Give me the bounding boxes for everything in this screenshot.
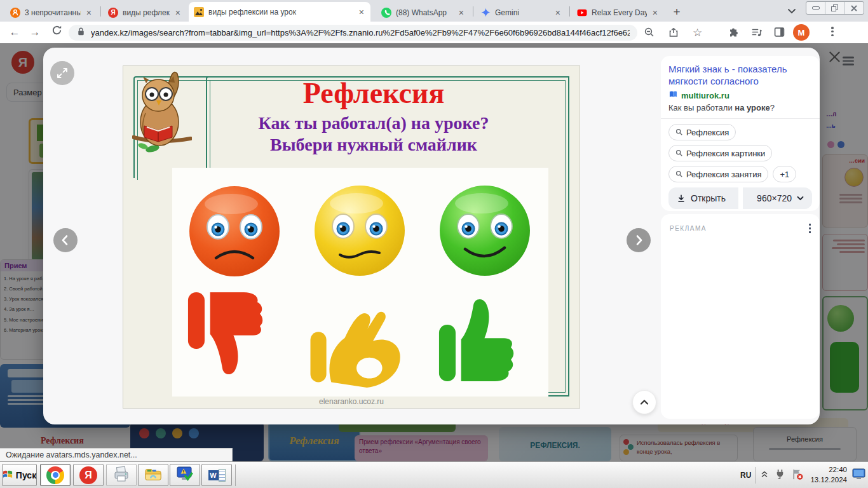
browser-menu-icon[interactable] xyxy=(831,25,843,37)
security-monitor-icon xyxy=(176,466,194,485)
tab-image-search-active[interactable]: виды рефлексии на урок × xyxy=(189,2,370,22)
reload-button[interactable] xyxy=(48,24,65,41)
sidebar-icon[interactable] xyxy=(774,27,785,38)
yandex-icon: Я xyxy=(108,8,118,18)
taskbar-fax-button[interactable] xyxy=(106,464,137,486)
tab-gemini[interactable]: Gemini × xyxy=(475,3,567,22)
image-icon xyxy=(194,7,204,17)
tab-close-icon[interactable]: × xyxy=(358,8,365,17)
restore-button[interactable] xyxy=(825,2,844,14)
viewed-image-slide[interactable]: Рефлексия Как ты работал(а) на уроке? Вы… xyxy=(123,65,580,409)
zoom-indicator-icon[interactable] xyxy=(644,27,655,38)
tab-whatsapp[interactable]: (88) WhatsApp × xyxy=(376,3,470,22)
back-button[interactable]: ← xyxy=(6,24,23,41)
taskbar-word-button[interactable]: W xyxy=(201,464,232,486)
window-close-button[interactable] xyxy=(844,2,864,14)
tab-close-icon[interactable]: × xyxy=(554,8,562,17)
ad-label: РЕКЛАМА xyxy=(670,225,707,232)
yandex-browser-icon: Я xyxy=(79,466,97,484)
bookmark-star-icon[interactable]: ☆ xyxy=(693,26,704,37)
happy-smiley xyxy=(437,183,532,278)
minimize-button[interactable] xyxy=(806,2,825,14)
thumbs-up-hand xyxy=(438,285,527,388)
whatsapp-icon xyxy=(381,8,391,18)
related-query-chips: Рефлексия Рефлексия картинки Рефлексия з… xyxy=(668,124,812,182)
tray-network-error-icon[interactable] xyxy=(791,468,804,483)
size-dropdown[interactable]: 960×720 xyxy=(743,187,813,209)
neutral-smiley xyxy=(312,183,407,278)
taskbar-explorer-button[interactable] xyxy=(138,464,168,486)
slide-subtitle-1: Как ты работал(а) на уроке? xyxy=(180,113,567,133)
tab-close-icon[interactable]: × xyxy=(85,8,93,17)
tab-label: (88) WhatsApp xyxy=(396,8,453,17)
new-tab-button[interactable]: + xyxy=(668,4,685,20)
tab-label: виды рефлексии на урок xyxy=(208,8,353,17)
book-icon xyxy=(668,90,678,100)
tab-separator xyxy=(100,6,101,17)
tray-plug-icon[interactable] xyxy=(774,468,786,483)
lock-icon xyxy=(76,27,86,39)
thumbs-down-hand xyxy=(187,290,276,389)
windows-taskbar: Пуск Я W RU xyxy=(0,461,868,488)
image-viewer-panel: Рефлексия Как ты работал(а) на уроке? Вы… xyxy=(43,48,820,424)
word-icon: W xyxy=(208,469,226,482)
tab-separator xyxy=(473,6,473,17)
viewer-close-icon[interactable] xyxy=(826,48,843,65)
slide-subtitle-2: Выбери нужный смайлик xyxy=(180,135,567,155)
tab-close-icon[interactable]: × xyxy=(651,8,659,17)
tab-close-icon[interactable]: × xyxy=(458,8,465,17)
tray-expand-icon[interactable] xyxy=(761,470,768,481)
chip-refleksia-zanyatiya[interactable]: Рефлексия занятия xyxy=(668,166,768,182)
taskbar-yandex-button[interactable]: Я xyxy=(73,464,104,486)
tab-youtube[interactable]: Relax Every Day #SacDep × xyxy=(572,3,664,22)
chip-refleksia-kartinki[interactable]: Рефлексия картинки xyxy=(668,145,772,161)
browser-window: 3 непрочитанных чата × Я виды рефлексии … xyxy=(0,0,868,488)
ad-menu-icon[interactable] xyxy=(809,222,811,235)
browser-toolbar: ← → yandex.kz/images/search?from=tabbar&… xyxy=(0,22,868,43)
fullscreen-expand-icon[interactable] xyxy=(50,61,74,85)
tray-display-icon[interactable] xyxy=(852,468,866,483)
next-image-button[interactable] xyxy=(627,228,651,252)
profile-avatar[interactable]: M xyxy=(793,24,810,41)
open-button[interactable]: Открыть xyxy=(668,187,738,209)
chip-refleksia[interactable]: Рефлексия xyxy=(668,124,736,140)
system-tray: RU 22:40 13.12.2024 xyxy=(740,462,868,488)
tab-label: Gemini xyxy=(495,8,550,17)
taskbar-security-button[interactable] xyxy=(170,464,200,486)
tab-search-menu-icon[interactable] xyxy=(787,6,797,18)
taskbar-chrome-button[interactable] xyxy=(40,464,71,486)
previous-image-button[interactable] xyxy=(53,228,78,252)
share-icon[interactable] xyxy=(668,27,679,38)
image-info-card: Мягкий знак ь - показатель мягкости согл… xyxy=(661,56,820,211)
result-snippet: Как вы работали на уроке? xyxy=(668,103,812,112)
start-button[interactable]: Пуск xyxy=(2,464,37,486)
tab-yandex-search[interactable]: Я виды рефлексии на урок × xyxy=(103,3,187,22)
source-site-link[interactable]: multiurok.ru xyxy=(668,90,812,100)
url-text: yandex.kz/images/search?from=tabbar&img_… xyxy=(91,28,630,37)
gemini-icon xyxy=(480,8,491,18)
language-indicator[interactable]: RU xyxy=(740,471,751,480)
tab-odnoklassniki[interactable]: 3 непрочитанных чата × xyxy=(5,3,98,22)
scroll-up-button[interactable] xyxy=(632,390,656,414)
tab-close-icon[interactable]: × xyxy=(174,8,182,17)
taskbar-clock[interactable]: 22:40 13.12.2024 xyxy=(810,465,847,485)
folder-icon xyxy=(144,466,162,485)
page-content: Я Размер Вопр… Прием 1. На уроке я xyxy=(0,43,868,461)
address-bar[interactable]: yandex.kz/images/search?from=tabbar&img_… xyxy=(69,25,637,41)
printer-icon xyxy=(112,465,130,485)
chrome-icon xyxy=(46,466,64,484)
windows-flag-icon xyxy=(3,469,13,481)
site-name: multiurok.ru xyxy=(681,91,729,100)
chip-more[interactable]: +1 xyxy=(773,166,796,182)
media-control-icon[interactable] xyxy=(751,27,763,38)
divider xyxy=(661,118,820,119)
tab-label: 3 непрочитанных чата xyxy=(25,8,81,17)
tab-label: Relax Every Day #SacDep xyxy=(592,8,647,17)
slide-title: Рефлексия xyxy=(180,76,567,110)
ok-hand xyxy=(308,300,403,391)
result-title-link[interactable]: Мягкий знак ь - показатель мягкости согл… xyxy=(668,63,812,87)
extensions-puzzle-icon[interactable] xyxy=(728,27,739,38)
ad-card: РЕКЛАМА xyxy=(661,214,820,419)
tab-separator xyxy=(569,6,570,17)
forward-button[interactable]: → xyxy=(27,24,43,41)
